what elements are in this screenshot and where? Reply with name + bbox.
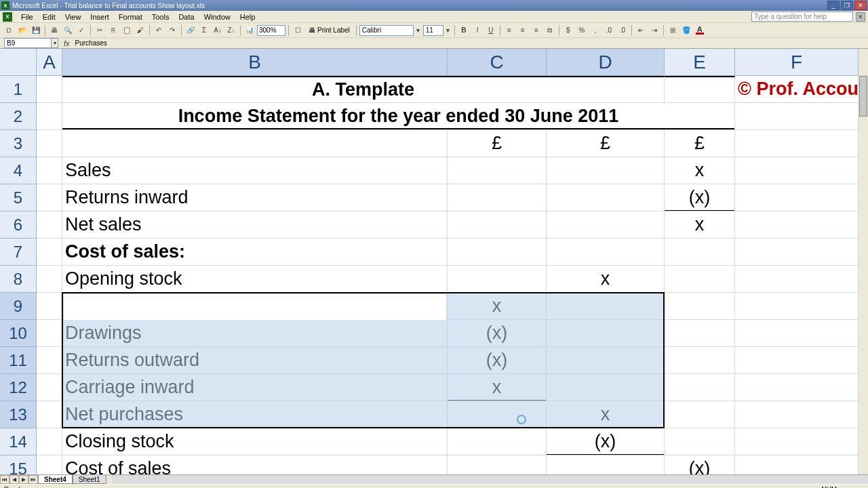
spreadsheet-grid[interactable]: A B C D E F 123456789101112131415 A. Tem… bbox=[0, 49, 868, 474]
italic-icon[interactable]: I bbox=[471, 24, 484, 37]
sort-desc-icon[interactable]: Z↓ bbox=[225, 24, 237, 37]
cell-d[interactable] bbox=[547, 374, 665, 401]
open-icon[interactable]: 📂 bbox=[16, 24, 28, 37]
cell-d[interactable] bbox=[547, 184, 665, 211]
cell-f[interactable] bbox=[735, 157, 859, 184]
cell-b[interactable]: Drawings bbox=[62, 320, 448, 347]
row-header[interactable]: 1 bbox=[0, 76, 37, 103]
cell-a[interactable] bbox=[37, 347, 62, 374]
row-header[interactable]: 15 bbox=[0, 455, 37, 474]
increase-decimal-icon[interactable]: .0 bbox=[603, 24, 615, 37]
cell-e[interactable] bbox=[665, 239, 735, 266]
sheet-tab-inactive[interactable]: Sheet1 bbox=[73, 475, 106, 484]
cell-c[interactable]: (x) bbox=[448, 347, 547, 374]
row-header[interactable]: 3 bbox=[0, 130, 37, 157]
close-button[interactable]: ✕ bbox=[854, 1, 867, 10]
cell-c[interactable] bbox=[448, 239, 547, 266]
cell-e[interactable]: x bbox=[665, 211, 735, 239]
currency-icon[interactable]: $ bbox=[562, 24, 574, 37]
cell-f[interactable] bbox=[735, 320, 859, 347]
cell-f[interactable] bbox=[735, 347, 859, 374]
cell-a[interactable] bbox=[37, 401, 62, 428]
row-header[interactable]: 14 bbox=[0, 428, 37, 455]
row-header[interactable]: 10 bbox=[0, 320, 37, 347]
workbook-close-button[interactable]: ✕ bbox=[856, 12, 865, 22]
menu-format[interactable]: Format bbox=[114, 12, 147, 22]
row-header[interactable]: 6 bbox=[0, 211, 37, 239]
maximize-button[interactable]: ❐ bbox=[841, 1, 853, 10]
cell-c[interactable] bbox=[448, 211, 547, 239]
cell-a[interactable] bbox=[37, 239, 62, 266]
cell-e[interactable] bbox=[665, 347, 735, 374]
horizontal-scrollbar[interactable] bbox=[112, 475, 869, 484]
cell-c[interactable] bbox=[448, 455, 547, 474]
cell-e[interactable]: x bbox=[665, 157, 735, 184]
cell-f[interactable] bbox=[735, 211, 859, 239]
cell-d[interactable] bbox=[547, 211, 665, 239]
cell-e[interactable]: (x) bbox=[665, 455, 735, 474]
paste-icon[interactable]: 📋 bbox=[121, 24, 133, 37]
tab-nav-next[interactable]: ▶ bbox=[19, 475, 28, 484]
cell-b[interactable]: Net purchases bbox=[62, 401, 448, 428]
hyperlink-icon[interactable]: 🔗 bbox=[184, 24, 197, 37]
cell-f[interactable] bbox=[735, 428, 859, 455]
cell-d[interactable]: (x) bbox=[547, 428, 665, 455]
cell-a[interactable] bbox=[37, 103, 62, 130]
undo-icon[interactable]: ↶ bbox=[153, 24, 165, 37]
percent-icon[interactable]: % bbox=[576, 24, 588, 37]
zoom-input[interactable]: 300% bbox=[257, 25, 285, 36]
col-header-f[interactable]: F bbox=[735, 49, 859, 76]
menu-tools[interactable]: Tools bbox=[147, 12, 174, 22]
row-header[interactable]: 2 bbox=[0, 103, 37, 130]
cell-a[interactable] bbox=[37, 184, 62, 211]
cell-b[interactable]: Cost of sales: bbox=[62, 239, 448, 266]
col-header-d[interactable]: D bbox=[547, 49, 665, 76]
cell-title[interactable]: A. Template bbox=[62, 76, 665, 103]
cell-a[interactable] bbox=[37, 76, 62, 103]
cell-c[interactable]: x bbox=[448, 293, 547, 320]
cut-icon[interactable]: ✂ bbox=[94, 24, 106, 37]
align-left-icon[interactable]: ≡ bbox=[503, 24, 515, 37]
bold-icon[interactable]: B bbox=[458, 24, 470, 37]
row-header[interactable]: 7 bbox=[0, 239, 37, 266]
cell-a[interactable] bbox=[37, 157, 62, 184]
cell-b[interactable]: Sales bbox=[62, 157, 448, 184]
cell-f[interactable] bbox=[735, 455, 859, 474]
sort-asc-icon[interactable]: A↓ bbox=[212, 24, 224, 37]
increase-indent-icon[interactable]: ⇥ bbox=[648, 24, 660, 37]
cell-c[interactable] bbox=[448, 184, 547, 211]
cell-f[interactable] bbox=[735, 130, 859, 157]
cell-e[interactable]: (x) bbox=[665, 184, 735, 211]
cell-d[interactable]: £ bbox=[547, 130, 665, 157]
cell-e[interactable] bbox=[665, 293, 735, 320]
col-header-b[interactable]: B bbox=[62, 49, 448, 76]
unknown-toggle-icon[interactable]: ☐ bbox=[292, 24, 304, 37]
cell-b[interactable]: Net sales bbox=[62, 211, 448, 239]
cell-e[interactable] bbox=[665, 76, 735, 103]
cell-c[interactable]: (x) bbox=[448, 320, 547, 347]
format-painter-icon[interactable]: 🖌 bbox=[134, 24, 146, 37]
cell-b[interactable]: Carriage inward bbox=[62, 374, 448, 401]
cell-f[interactable] bbox=[735, 184, 859, 211]
cell-f[interactable] bbox=[735, 103, 859, 130]
cell-e[interactable] bbox=[665, 401, 735, 428]
new-icon[interactable]: 🗋 bbox=[3, 24, 15, 37]
cell-a[interactable] bbox=[37, 266, 62, 293]
cell-e[interactable]: £ bbox=[665, 130, 735, 157]
cell-b[interactable]: Returns inward bbox=[62, 184, 448, 211]
cell-e[interactable] bbox=[665, 374, 735, 401]
menu-edit[interactable]: Edit bbox=[38, 12, 60, 22]
underline-icon[interactable]: U bbox=[485, 24, 497, 37]
align-center-icon[interactable]: ≡ bbox=[517, 24, 529, 37]
cell-a[interactable] bbox=[37, 428, 62, 455]
cell-c[interactable] bbox=[448, 428, 547, 455]
cell-c[interactable]: x bbox=[448, 374, 547, 401]
cell-e[interactable] bbox=[665, 320, 735, 347]
cell-a[interactable] bbox=[37, 374, 62, 401]
save-icon[interactable]: 💾 bbox=[30, 24, 42, 37]
align-right-icon[interactable]: ≡ bbox=[530, 24, 542, 37]
cell-b[interactable]: Cost of sales bbox=[62, 455, 448, 474]
borders-icon[interactable]: ⊞ bbox=[667, 24, 679, 37]
formula-content[interactable]: Purchases bbox=[75, 39, 107, 47]
cell-d[interactable] bbox=[547, 347, 665, 374]
